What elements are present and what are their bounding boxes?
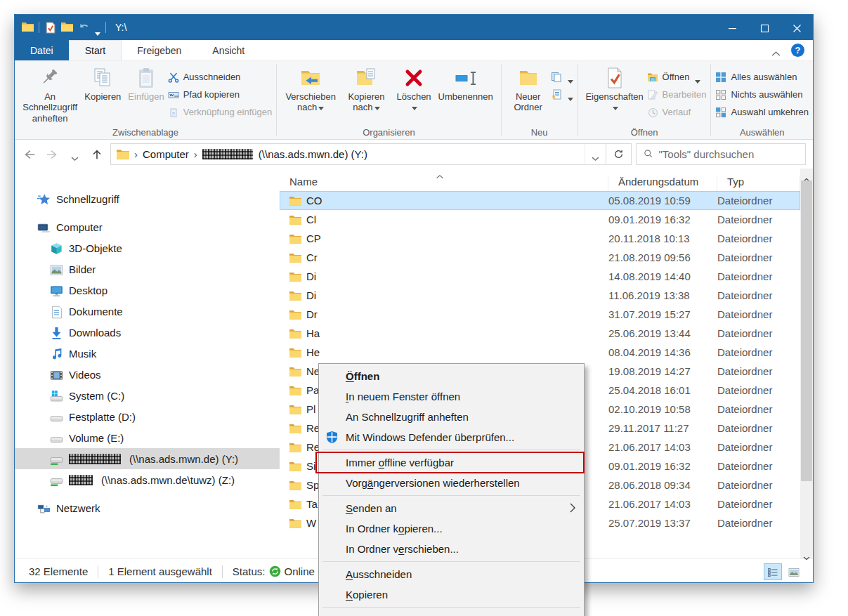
explorer-app-icon [22, 22, 34, 34]
help-button[interactable]: ? [791, 44, 804, 57]
menu-item-in-ordner-kopieren[interactable]: In Ordner kopieren... [319, 518, 584, 539]
edit-button[interactable]: Bearbeiten [647, 88, 707, 101]
table-row[interactable]: Cl09.01.2019 16:32Dateiordner [280, 210, 800, 229]
qat-customize-chevron-icon[interactable] [95, 26, 100, 30]
properties-button[interactable]: Eigenschaften [582, 65, 647, 115]
paste-button[interactable]: Einfügen [124, 65, 167, 104]
sort-ascending-icon [436, 169, 444, 174]
file-date-cell: 21.06.2017 14:03 [608, 498, 717, 510]
copy-to-button[interactable]: Kopieren nach [340, 65, 393, 115]
menu-item-senden-an[interactable]: Senden an [319, 498, 584, 518]
table-row[interactable]: Cr21.08.2019 09:56Dateiordner [280, 248, 800, 267]
select-none-button[interactable]: Nichts auswählen [715, 88, 809, 101]
delete-button[interactable]: Löschen [393, 65, 434, 115]
close-icon [792, 23, 802, 32]
tab-freigeben[interactable]: Freigeben [122, 40, 197, 60]
table-row[interactable]: CO05.08.2019 10:59Dateiordner [280, 191, 800, 210]
sidebar-item-desktop[interactable]: Desktop [15, 280, 280, 301]
tab-start[interactable]: Start [69, 40, 122, 60]
rename-button[interactable]: Umbenennen [435, 65, 497, 104]
menu-item-an-schnellzugriff-anheften[interactable]: An Schnellzugriff anheften [319, 407, 584, 427]
menu-item-verknüpfung-erstellen[interactable]: Verknüpfung erstellen [319, 610, 584, 616]
folder-small-icon [289, 215, 301, 225]
sidebar-item-festplatte-d[interactable]: Festplatte (D:) [15, 406, 280, 427]
forward-button[interactable] [43, 145, 61, 164]
file-type-cell: Dateiordner [717, 422, 800, 434]
recent-locations-button[interactable] [65, 145, 84, 164]
folder-small-icon [289, 443, 301, 452]
refresh-button[interactable] [606, 144, 631, 164]
menu-item-in-ordner-verschieben[interactable]: In Ordner verschieben... [319, 539, 584, 559]
scroll-down-button[interactable] [800, 547, 813, 558]
sidebar-item-nas-ads-mwn-de-y[interactable]: (\\nas.ads.mwn.de) (Y:) [15, 448, 280, 469]
open-button[interactable]: Öffnen [647, 70, 707, 84]
folder-small-icon [289, 499, 301, 509]
cut-button[interactable]: Ausschneiden [168, 70, 273, 84]
copy-path-button[interactable]: Pfad kopieren [168, 88, 273, 101]
menu-item-immer-offline-verfügbar[interactable]: Immer offline verfügbar [319, 452, 584, 473]
scrollbar-thumb[interactable] [801, 181, 812, 481]
column-header-date[interactable]: Änderungsdatum [608, 176, 717, 191]
sidebar-item-3d-objekte[interactable]: 3D-Objekte [15, 237, 280, 258]
menu-item-mit-windows-defender-überprüfen[interactable]: Mit Windows Defender überprüfen... [319, 427, 584, 447]
menu-item-in-neuem-fenster-öffnen[interactable]: In neuem Fenster öffnen [319, 386, 584, 407]
tab-datei[interactable]: Datei [15, 40, 69, 60]
breadcrumb-drive[interactable]: (\\nas.ads.mwn.de) (Y:) [259, 148, 367, 160]
qat-properties-icon[interactable] [44, 22, 56, 34]
minimize-button[interactable] [716, 15, 748, 40]
sidebar-item-system-c[interactable]: System (C:) [15, 385, 280, 406]
sidebar-item-netzwerk[interactable]: Netzwerk [15, 497, 280, 518]
paste-shortcut-button[interactable]: Verknüpfung einfügen [168, 105, 273, 119]
details-view-button[interactable] [764, 563, 782, 580]
easy-access-button[interactable] [551, 88, 573, 101]
menu-item-ausschneiden[interactable]: Ausschneiden [319, 564, 584, 584]
sidebar-item-nas-ads-mwn-de-tuwz-z[interactable]: (\\nas.ads.mwn.de\tuwz) (Z:) [15, 469, 280, 490]
vertical-scrollbar[interactable] [800, 169, 813, 558]
new-item-button[interactable] [551, 70, 573, 84]
table-row[interactable]: Di14.08.2019 14:40Dateiordner [280, 267, 800, 286]
sidebar-item-downloads[interactable]: Downloads [15, 322, 280, 343]
back-button[interactable] [20, 145, 39, 164]
thumbnail-view-button[interactable] [785, 563, 803, 580]
sidebar-item-musik[interactable]: Musik [15, 343, 280, 364]
select-buttons: Alles auswählen Nichts auswählen Auswahl… [715, 65, 809, 119]
history-button[interactable]: Verlauf [647, 105, 707, 119]
up-button[interactable] [88, 145, 106, 164]
table-row[interactable]: Dr31.07.2019 15:27Dateiordner [280, 305, 800, 324]
table-row[interactable]: CP20.11.2018 10:13Dateiordner [280, 229, 800, 248]
sidebar-item-volume-e[interactable]: Volume (E:) [15, 427, 280, 448]
copy-button[interactable]: Kopieren [81, 65, 124, 104]
scroll-up-button[interactable] [800, 169, 813, 180]
menu-item-kopieren[interactable]: Kopieren [319, 584, 584, 605]
address-dropdown-button[interactable] [585, 144, 606, 164]
sidebar-item-computer[interactable]: Computer [15, 216, 280, 237]
table-row[interactable]: He08.04.2019 14:36Dateiordner [280, 343, 800, 362]
sidebar-item-schnellzugriff[interactable]: Schnellzugriff [15, 188, 280, 209]
new-folder-button[interactable]: Neuer Ordner [506, 65, 551, 115]
move-to-button[interactable]: Verschieben nach [281, 65, 340, 115]
file-name: W [306, 517, 316, 529]
file-name: Cl [306, 214, 316, 225]
select-all-button[interactable]: Alles auswählen [715, 70, 809, 84]
menu-item-vorgängerversionen-wiederherstellen[interactable]: Vorgängerversionen wiederherstellen [319, 473, 584, 493]
pin-to-quick-access-button[interactable]: An Schnellzugriff anheften [19, 65, 81, 126]
tab-ansicht[interactable]: Ansicht [197, 40, 260, 60]
column-header-type[interactable]: Typ [717, 176, 800, 191]
sidebar-item-dokumente[interactable]: Dokumente [15, 301, 280, 322]
sidebar-item-bilder[interactable]: Bilder [15, 258, 280, 280]
maximize-button[interactable] [748, 15, 781, 40]
minimize-ribbon-icon[interactable] [771, 47, 781, 53]
table-row[interactable]: Di11.06.2019 13:38Dateiordner [280, 286, 800, 305]
qat-new-folder-icon[interactable] [61, 22, 73, 34]
redacted-drive-name [202, 149, 253, 159]
breadcrumb[interactable]: › Computer › (\\nas.ads.mwn.de) (Y:) [111, 144, 585, 164]
column-header-name[interactable]: Name [280, 176, 608, 191]
table-row[interactable]: Ha25.06.2019 13:44Dateiordner [280, 324, 800, 343]
breadcrumb-computer[interactable]: Computer [143, 148, 189, 160]
invert-selection-button[interactable]: Auswahl umkehren [715, 105, 809, 119]
sidebar-item-videos[interactable]: Videos [15, 364, 280, 385]
menu-item-öffnen[interactable]: Öffnen [319, 366, 584, 386]
breadcrumb-chevron-icon: › [192, 148, 200, 160]
search-input[interactable] [659, 148, 798, 160]
close-button[interactable] [781, 15, 813, 40]
